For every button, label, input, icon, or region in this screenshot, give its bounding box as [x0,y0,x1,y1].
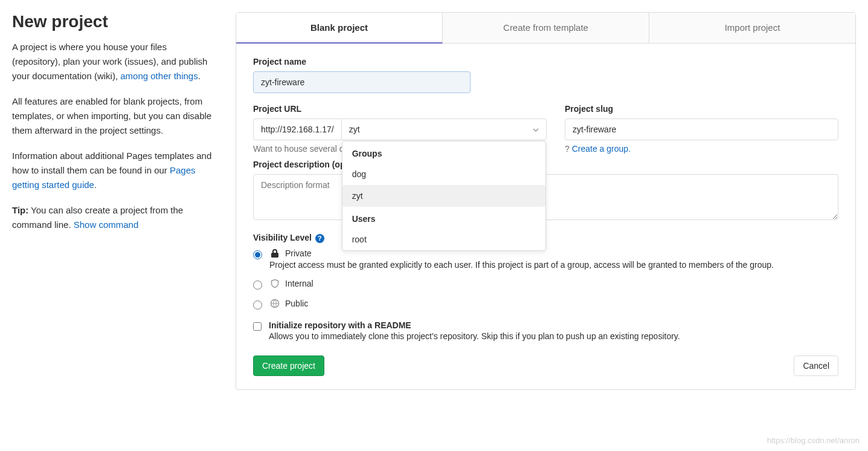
chevron-down-icon [533,126,539,133]
intro-paragraph-1: A project is where you house your files … [12,40,217,83]
namespace-value: zyt [349,125,360,134]
project-url-label: Project URL [253,104,547,114]
shield-icon [269,278,280,289]
globe-icon [269,298,280,309]
create-project-button[interactable]: Create project [253,355,324,376]
project-url-prefix: http://192.168.1.17/ [253,118,341,140]
help-icon[interactable]: ? [315,234,324,243]
visibility-private-radio[interactable] [253,250,262,259]
show-command-link[interactable]: Show command [74,219,139,230]
page-title: New project [12,12,217,31]
visibility-public-radio[interactable] [253,300,262,310]
project-name-input[interactable] [253,71,471,93]
tab-create-from-template[interactable]: Create from template [443,13,649,43]
readme-checkbox[interactable] [253,322,262,331]
tab-import-project[interactable]: Import project [649,13,855,43]
visibility-private[interactable]: Private Project access must be granted e… [253,248,838,270]
namespace-dropdown: Groups dog zyt Users root [342,141,546,251]
cancel-button[interactable]: Cancel [794,355,838,376]
intro-paragraph-2: All features are enabled for blank proje… [12,94,217,138]
lock-icon [269,248,280,259]
tab-blank-project[interactable]: Blank project [236,13,443,44]
visibility-internal[interactable]: Internal [253,278,838,290]
project-slug-label: Project slug [565,104,838,114]
visibility-public[interactable]: Public [253,298,838,310]
main-panel: Blank project Create from template Impor… [236,12,856,390]
readme-checkbox-row[interactable]: Initialize repository with a README Allo… [253,320,838,341]
namespace-select[interactable]: zyt Groups dog zyt Users root [341,118,547,140]
intro-paragraph-3: Information about additional Pages templ… [12,149,217,192]
among-other-things-link[interactable]: among other things [120,71,198,81]
sidebar: New project A project is where you house… [12,12,217,390]
project-name-label: Project name [253,57,838,67]
dropdown-item-user[interactable]: root [342,229,545,250]
tabs: Blank project Create from template Impor… [236,13,855,44]
form-body: Project name Project URL http://192.168.… [236,44,855,389]
dropdown-item-group[interactable]: dog [342,163,545,185]
project-slug-input[interactable] [565,118,838,140]
dropdown-item-group[interactable]: zyt [342,185,545,207]
create-group-link[interactable]: Create a group. [572,144,631,154]
tip-paragraph: Tip: You can also create a project from … [12,203,217,232]
group-hint-tail: ? Create a group. [565,144,838,154]
visibility-internal-radio[interactable] [253,281,262,290]
dropdown-groups-header: Groups [342,141,545,163]
dropdown-users-header: Users [342,207,545,229]
